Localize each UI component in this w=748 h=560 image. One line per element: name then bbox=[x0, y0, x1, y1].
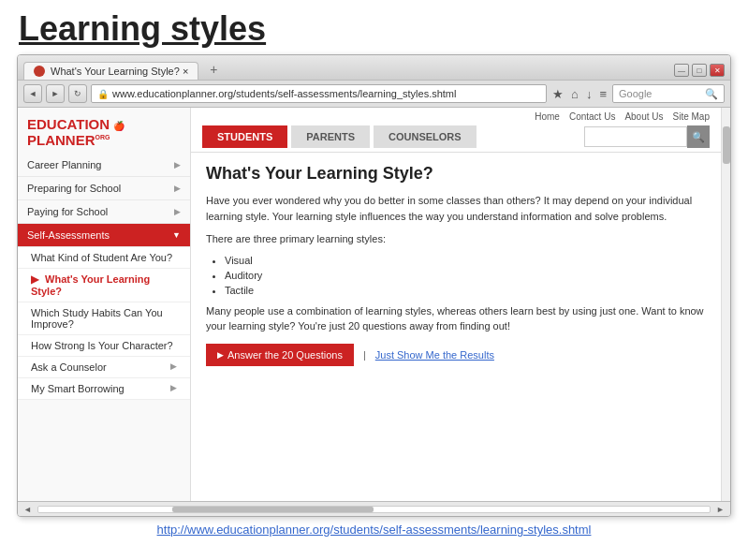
search-icon: 🔍 bbox=[705, 88, 718, 100]
separator: | bbox=[363, 349, 366, 361]
sidebar-item-preparing[interactable]: Preparing for School ▶ bbox=[18, 177, 190, 200]
restore-button[interactable]: □ bbox=[692, 64, 707, 77]
subnav-item-borrowing[interactable]: My Smart Borrowing ▶ bbox=[18, 378, 190, 400]
tab-label: What's Your Learning Style? × bbox=[51, 66, 188, 77]
address-text: www.educationplanner.org/students/self-a… bbox=[112, 88, 456, 99]
browser-scrollbar[interactable] bbox=[721, 108, 730, 501]
sidebar-item-label: Preparing for School bbox=[27, 183, 121, 194]
search-placeholder: Google bbox=[619, 88, 652, 99]
back-button[interactable]: ◄ bbox=[23, 84, 42, 103]
minimize-button[interactable]: — bbox=[674, 64, 689, 77]
address-bar[interactable]: 🔒 www.educationplanner.org/students/self… bbox=[91, 84, 547, 103]
home-icon[interactable]: ⌂ bbox=[569, 85, 580, 103]
slide-footer: http://www.educationplanner.org/students… bbox=[0, 517, 748, 542]
browser-window: What's Your Learning Style? × + — □ ✕ ◄ … bbox=[17, 54, 731, 517]
browser-addressbar: ◄ ► ↻ 🔒 www.educationplanner.org/student… bbox=[18, 81, 730, 108]
site-nav: STUDENTS PARENTS COUNSELORS 🔍 bbox=[202, 125, 710, 148]
article-intro: Have you ever wondered why you do better… bbox=[206, 193, 706, 224]
list-item-visual: Visual bbox=[225, 255, 706, 266]
site-logo: EDUCATION 🍎 PLANNERORG bbox=[18, 108, 190, 154]
list-item-auditory: Auditory bbox=[225, 270, 706, 281]
horizontal-scrollbar[interactable] bbox=[37, 506, 711, 513]
article-cta: ▶ Answer the 20 Questions | Just Show Me… bbox=[206, 344, 706, 366]
answer-questions-button[interactable]: ▶ Answer the 20 Questions bbox=[206, 344, 354, 366]
star-icon[interactable]: ★ bbox=[550, 85, 565, 103]
subnav-item-study-habits[interactable]: Which Study Habits Can You Improve? bbox=[18, 302, 190, 335]
sidebar-item-paying[interactable]: Paying for School ▶ bbox=[18, 200, 190, 224]
article-heading: What's Your Learning Style? bbox=[206, 164, 706, 184]
lock-icon: 🔒 bbox=[97, 89, 109, 99]
site-search-button[interactable]: 🔍 bbox=[687, 125, 710, 148]
subnav-label: What's Your Learning Style? bbox=[31, 273, 150, 297]
subnav-label: My Smart Borrowing bbox=[31, 383, 125, 394]
contact-link[interactable]: Contact Us bbox=[569, 111, 615, 122]
sidebar-item-label: Career Planning bbox=[27, 159, 102, 170]
new-tab-button[interactable]: + bbox=[202, 59, 225, 80]
toolbar-icons: ★ ⌂ ↓ ≡ bbox=[550, 85, 609, 103]
site-sidebar: EDUCATION 🍎 PLANNERORG Career Planning ▶… bbox=[18, 108, 191, 501]
learning-styles-list: Visual Auditory Tactile bbox=[225, 255, 706, 296]
footer-link[interactable]: http://www.educationplanner.org/students… bbox=[157, 523, 592, 537]
article-secondary: There are three primary learning styles: bbox=[206, 231, 706, 247]
browser-tab[interactable]: What's Your Learning Style? × bbox=[23, 62, 198, 80]
logo-line2: PLANNERORG bbox=[27, 133, 181, 149]
scroll-left-btn[interactable]: ◄ bbox=[23, 505, 32, 514]
site-search-input[interactable] bbox=[584, 126, 687, 147]
sidebar-item-self-assessments[interactable]: Self-Assessments ▼ bbox=[18, 224, 190, 247]
article-cta-text: Many people use a combination of learnin… bbox=[206, 303, 706, 334]
arrow-icon: ▼ bbox=[172, 230, 181, 240]
subnav-item-learning-style[interactable]: ▶ What's Your Learning Style? bbox=[18, 269, 190, 302]
site-header: Home Contact Us About Us Site Map STUDEN… bbox=[191, 108, 721, 153]
parents-nav-btn[interactable]: PARENTS bbox=[291, 125, 370, 148]
sidebar-item-career[interactable]: Career Planning ▶ bbox=[18, 154, 190, 177]
list-item-tactile: Tactile bbox=[225, 285, 706, 296]
subnav-label: How Strong Is Your Character? bbox=[31, 340, 173, 351]
home-link[interactable]: Home bbox=[535, 111, 560, 122]
subnav-item-counselor[interactable]: Ask a Counselor ▶ bbox=[18, 357, 190, 378]
browser-titlebar: What's Your Learning Style? × + — □ ✕ bbox=[18, 55, 730, 81]
sidebar-item-label: Self-Assessments bbox=[27, 229, 110, 241]
browser-bottom-bar: ◄ ► bbox=[18, 501, 730, 516]
arrow-icon: ▶ bbox=[174, 207, 181, 216]
play-icon: ▶ bbox=[217, 350, 224, 360]
arrow-icon: ▶ bbox=[170, 383, 177, 394]
bullet-icon: ▶ bbox=[31, 273, 38, 285]
subnav-label: Which Study Habits Can You Improve? bbox=[31, 307, 163, 330]
sitemap-link[interactable]: Site Map bbox=[673, 111, 710, 122]
horizontal-scrollbar-thumb bbox=[172, 507, 374, 512]
sidebar-item-label: Paying for School bbox=[27, 206, 108, 217]
site-main: Home Contact Us About Us Site Map STUDEN… bbox=[191, 108, 721, 501]
scrollbar-thumb bbox=[723, 126, 730, 164]
site-header-links: Home Contact Us About Us Site Map bbox=[202, 111, 710, 125]
browser-search[interactable]: Google 🔍 bbox=[612, 84, 725, 103]
arrow-icon: ▶ bbox=[174, 184, 181, 193]
tab-favicon bbox=[34, 66, 45, 77]
logo-line1: EDUCATION 🍎 bbox=[27, 117, 181, 133]
subnav-item-character[interactable]: How Strong Is Your Character? bbox=[18, 335, 190, 357]
forward-button[interactable]: ► bbox=[46, 84, 65, 103]
cta-button-label: Answer the 20 Questions bbox=[227, 349, 343, 361]
refresh-button[interactable]: ↻ bbox=[68, 84, 87, 103]
menu-icon[interactable]: ≡ bbox=[597, 85, 609, 103]
slide-title: Learning styles bbox=[0, 0, 748, 54]
article: What's Your Learning Style? Have you eve… bbox=[191, 153, 721, 480]
browser-content: EDUCATION 🍎 PLANNERORG Career Planning ▶… bbox=[18, 108, 730, 501]
arrow-icon: ▶ bbox=[174, 160, 181, 169]
students-nav-btn[interactable]: STUDENTS bbox=[202, 125, 287, 148]
counselors-nav-btn[interactable]: COUNSELORS bbox=[374, 125, 477, 148]
scroll-right-btn[interactable]: ► bbox=[716, 505, 725, 514]
sidebar-subnav: What Kind of Student Are You? ▶ What's Y… bbox=[18, 247, 190, 400]
close-button[interactable]: ✕ bbox=[710, 64, 725, 77]
subnav-label: What Kind of Student Are You? bbox=[31, 252, 172, 263]
subnav-item-student-type[interactable]: What Kind of Student Are You? bbox=[18, 247, 190, 269]
show-results-link[interactable]: Just Show Me the Results bbox=[375, 349, 494, 361]
site-search: 🔍 bbox=[584, 125, 710, 148]
about-link[interactable]: About Us bbox=[624, 111, 663, 122]
arrow-icon: ▶ bbox=[170, 361, 177, 373]
download-icon[interactable]: ↓ bbox=[584, 85, 594, 103]
subnav-label: Ask a Counselor bbox=[31, 361, 107, 373]
